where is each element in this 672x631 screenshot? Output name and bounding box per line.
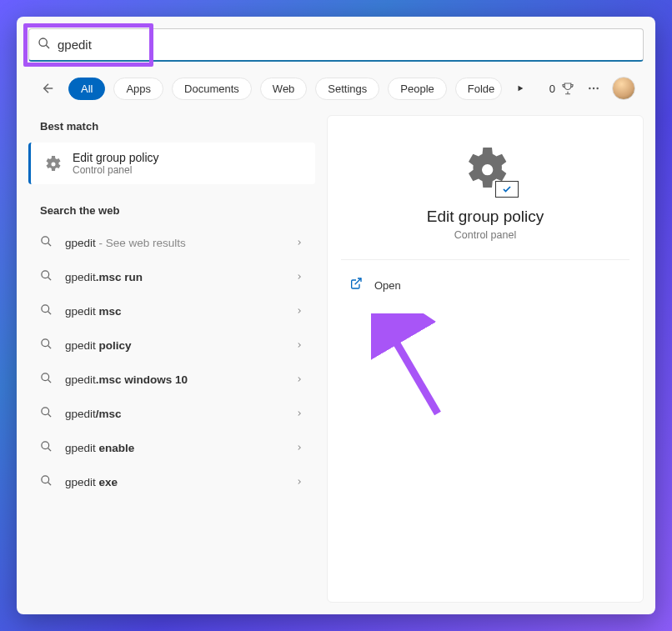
svg-point-15 — [42, 373, 49, 381]
search-icon — [40, 440, 53, 456]
detail-hero-icon — [459, 141, 512, 194]
detail-subtitle: Control panel — [454, 229, 516, 241]
search-icon — [40, 406, 53, 422]
web-result-item[interactable]: gpedit - See web results — [28, 227, 315, 259]
web-result-text: gpedit.msc run — [65, 271, 283, 283]
web-result-text: gpedit/msc — [65, 408, 283, 420]
web-result-text: gpedit exe — [65, 476, 283, 488]
chevron-right-icon — [295, 272, 303, 283]
web-result-item[interactable]: gpedit enable — [28, 432, 315, 464]
svg-line-12 — [48, 312, 51, 314]
web-result-item[interactable]: gpedit exe — [28, 466, 315, 498]
svg-point-4 — [589, 88, 590, 89]
web-result-text: gpedit policy — [65, 339, 283, 352]
rewards-points-value: 0 — [549, 83, 555, 95]
svg-line-16 — [48, 380, 51, 383]
search-icon — [40, 474, 53, 490]
search-input[interactable] — [58, 38, 634, 52]
svg-point-19 — [42, 442, 49, 449]
search-icon — [40, 303, 53, 319]
results-panel: Best match Edit group policy Control pan… — [28, 115, 315, 603]
search-icon — [40, 372, 53, 388]
action-open-label: Open — [374, 279, 401, 292]
web-result-text: gpedit msc — [65, 305, 283, 318]
check-badge-icon — [495, 181, 519, 198]
filter-pill-folders[interactable]: Folde — [455, 78, 503, 100]
svg-point-5 — [593, 88, 594, 89]
user-avatar[interactable] — [612, 77, 635, 100]
web-result-item[interactable]: gpedit policy — [28, 329, 315, 362]
svg-point-9 — [42, 271, 49, 278]
action-open[interactable]: Open — [341, 268, 629, 302]
web-result-item[interactable]: gpedit/msc — [28, 398, 315, 430]
svg-line-18 — [48, 414, 51, 417]
filter-overflow-icon[interactable] — [510, 78, 530, 98]
svg-line-23 — [355, 278, 361, 284]
chevron-right-icon — [295, 408, 303, 420]
web-results-list: gpedit - See web resultsgpedit.msc rungp… — [28, 227, 315, 498]
chevron-right-icon — [295, 306, 303, 318]
svg-line-14 — [48, 346, 51, 348]
svg-point-17 — [42, 408, 49, 415]
svg-line-22 — [48, 483, 51, 485]
search-icon — [40, 338, 53, 353]
svg-point-7 — [42, 237, 49, 244]
best-match-subtitle: Control panel — [73, 164, 159, 176]
svg-line-8 — [48, 243, 51, 246]
trophy-icon — [560, 81, 575, 96]
chevron-right-icon — [295, 443, 303, 454]
best-match-header: Best match — [28, 115, 315, 143]
gear-check-icon — [43, 153, 63, 173]
open-external-icon — [349, 277, 363, 293]
svg-point-0 — [39, 38, 47, 46]
svg-marker-3 — [519, 86, 524, 92]
best-match-title: Edit group policy — [73, 151, 159, 164]
chevron-right-icon — [295, 238, 303, 249]
web-header: Search the web — [28, 199, 315, 227]
filter-pill-people[interactable]: People — [388, 78, 446, 100]
best-match-item[interactable]: Edit group policy Control panel — [28, 143, 315, 184]
web-result-text: gpedit enable — [65, 442, 283, 454]
filter-pill-apps[interactable]: Apps — [113, 78, 163, 100]
rewards-points[interactable]: 0 — [549, 81, 575, 96]
detail-panel: Edit group policy Control panel Open — [327, 115, 644, 603]
filter-pill-all[interactable]: All — [68, 78, 105, 100]
chevron-right-icon — [295, 477, 303, 488]
svg-line-10 — [48, 278, 51, 280]
search-icon — [38, 37, 51, 53]
svg-point-6 — [596, 88, 598, 89]
back-button[interactable] — [37, 77, 60, 100]
search-icon — [40, 235, 53, 251]
web-result-text: gpedit - See web results — [65, 237, 283, 249]
chevron-right-icon — [295, 374, 303, 386]
search-bar[interactable] — [28, 28, 644, 62]
svg-line-1 — [46, 45, 49, 48]
filter-row: All Apps Documents Web Settings People F… — [17, 62, 655, 115]
divider — [341, 259, 629, 260]
web-result-item[interactable]: gpedit.msc run — [28, 261, 315, 293]
svg-point-11 — [42, 305, 49, 313]
chevron-right-icon — [295, 340, 303, 352]
search-icon — [40, 269, 53, 285]
svg-line-20 — [48, 448, 51, 451]
web-result-item[interactable]: gpedit.msc windows 10 — [28, 363, 315, 396]
more-menu-button[interactable] — [584, 78, 604, 98]
svg-point-13 — [42, 339, 49, 347]
web-result-text: gpedit.msc windows 10 — [65, 373, 283, 386]
search-window: All Apps Documents Web Settings People F… — [17, 17, 655, 614]
detail-title: Edit group policy — [427, 208, 544, 226]
filter-pill-web[interactable]: Web — [260, 78, 308, 100]
svg-point-21 — [42, 476, 49, 483]
filter-pill-settings[interactable]: Settings — [315, 78, 379, 100]
filter-pill-documents[interactable]: Documents — [172, 78, 252, 100]
web-result-item[interactable]: gpedit msc — [28, 295, 315, 328]
